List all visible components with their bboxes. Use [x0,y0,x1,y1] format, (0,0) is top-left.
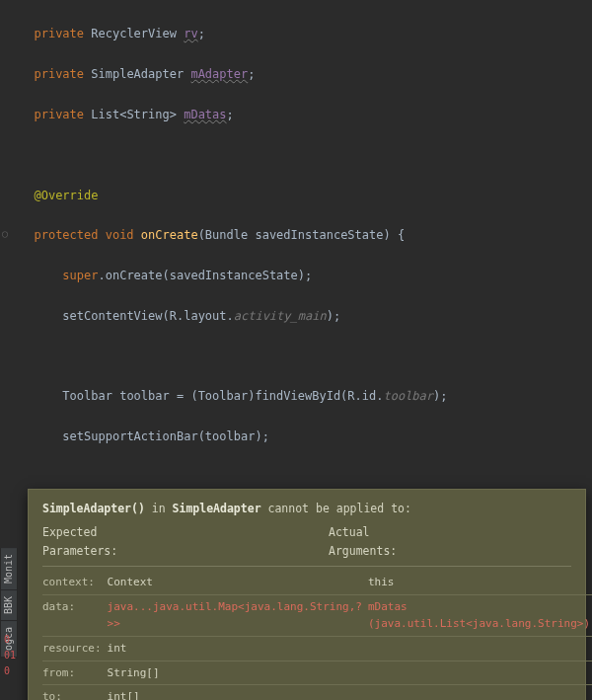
tab-monitor[interactable]: Monit [0,548,18,590]
code-text: ); [433,389,447,403]
keyword: super [62,269,98,282]
field: rv [184,27,197,40]
parameter-mismatch-table: context: Context this data: java...java.… [42,571,592,700]
override-gutter-icon[interactable]: ○ [2,225,8,242]
code-text: setContentView(R.layout. [62,309,233,323]
tab-bbk[interactable]: BBK [0,590,18,621]
divider [42,566,571,567]
code-text: ); [327,309,340,323]
param-row: to: int[] [42,685,592,700]
param-name: resource: [42,636,108,661]
param-row-error: data: java...java.util.Map<java.lang.Str… [42,594,592,636]
expected-type: java...java.util.Map<java.lang.String,?>… [108,594,368,636]
param-row: resource: int [42,636,592,661]
expected-type: int [108,636,368,661]
type: SimpleAdapter [91,67,190,81]
param-row: context: Context this [42,571,592,594]
param-row: from: String[] [42,661,592,685]
log-num: 01 [4,648,16,663]
actual-label: Actual [329,525,370,539]
param-name: context: [42,571,108,594]
code-text: setSupportActionBar(toolbar); [62,429,269,443]
code-text: Toolbar toolbar = (Toolbar)findViewById(… [62,389,383,403]
params: (Bundle savedInstanceState) { [198,228,406,242]
code-text: .onCreate(savedInstanceState); [98,269,312,282]
expected-type: Context [108,571,368,594]
actual-arg: this [368,571,592,594]
actual-arg [368,661,592,685]
resource-ref: activity_main [234,309,327,323]
log-num: 0 [4,632,16,648]
annotation: @Override [34,189,98,202]
field: mDatas [184,108,226,121]
parameters-label: Parameters: [42,544,117,558]
expected-type: String[] [108,661,368,685]
arguments-label: Arguments: [329,544,397,558]
tooltip-title: SimpleAdapter() in SimpleAdapter cannot … [42,500,571,517]
log-num: 0 [4,663,16,679]
field: mAdapter [190,67,248,81]
type: List<String> [91,108,184,121]
param-name: from: [42,661,108,685]
keyword: private [34,27,84,40]
param-name: to: [42,685,108,700]
keyword: protected void [34,228,133,242]
actual-arg [368,685,592,700]
param-name: data: [42,594,108,636]
type: RecyclerView [91,27,184,40]
expected-type: int[] [108,685,368,700]
keyword: private [34,67,84,81]
expected-label: Expected [42,525,97,539]
actual-arg: mDatas (java.util.List<java.lang.String>… [368,594,592,636]
actual-arg [368,636,592,661]
logcat-line-numbers: 0 01 0 [0,632,16,679]
method-name: onCreate [141,228,198,242]
resource-ref: toolbar [383,389,433,403]
keyword: private [34,108,84,121]
error-tooltip: SimpleAdapter() in SimpleAdapter cannot … [28,489,586,700]
